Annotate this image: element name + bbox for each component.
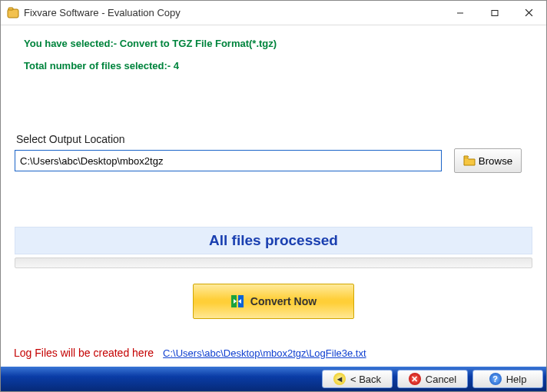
- cancel-icon: ✕: [409, 373, 421, 385]
- svg-rect-3: [492, 10, 498, 15]
- convert-now-button[interactable]: Convert Now: [193, 284, 354, 319]
- log-row: Log Files will be created here C:\Users\…: [0, 341, 547, 367]
- back-icon: ◄: [333, 373, 346, 385]
- browse-button[interactable]: Browse: [454, 148, 522, 173]
- window-title: Fixvare Software - Evaluation Copy: [24, 7, 181, 18]
- main-content: You have selected:- Convert to TGZ File …: [1, 25, 546, 319]
- output-row: Browse: [15, 148, 532, 173]
- svg-rect-0: [8, 9, 18, 18]
- output-location-label: Select Output Location: [16, 133, 532, 145]
- app-icon: [7, 7, 19, 19]
- help-label: Help: [506, 374, 527, 385]
- selected-format-text: You have selected:- Convert to TGZ File …: [24, 38, 529, 49]
- status-banner: All files processed: [15, 227, 532, 254]
- cancel-label: Cancel: [426, 374, 456, 385]
- close-button[interactable]: [512, 2, 546, 25]
- browse-label: Browse: [479, 155, 512, 167]
- folder-icon: [463, 155, 476, 166]
- log-label: Log Files will be created here: [14, 347, 154, 359]
- svg-rect-1: [8, 8, 13, 10]
- back-label: < Back: [350, 374, 381, 385]
- titlebar: Fixvare Software - Evaluation Copy: [1, 1, 546, 25]
- back-button[interactable]: ◄ < Back: [322, 370, 393, 388]
- file-count-text: Total number of files selected:- 4: [24, 60, 529, 71]
- progress-bar: [15, 257, 532, 268]
- help-button[interactable]: ? Help: [472, 370, 543, 388]
- log-file-link[interactable]: C:\Users\abc\Desktop\mbox2tgz\LogFile3e.…: [163, 347, 366, 359]
- minimize-button[interactable]: [443, 2, 477, 25]
- output-path-input[interactable]: [15, 150, 442, 171]
- convert-icon: [230, 294, 244, 308]
- bottom-bar: ◄ < Back ✕ Cancel ? Help: [1, 367, 546, 391]
- convert-label: Convert Now: [250, 295, 317, 307]
- cancel-button[interactable]: ✕ Cancel: [397, 370, 468, 388]
- maximize-button[interactable]: [477, 2, 512, 25]
- help-icon: ?: [489, 373, 502, 385]
